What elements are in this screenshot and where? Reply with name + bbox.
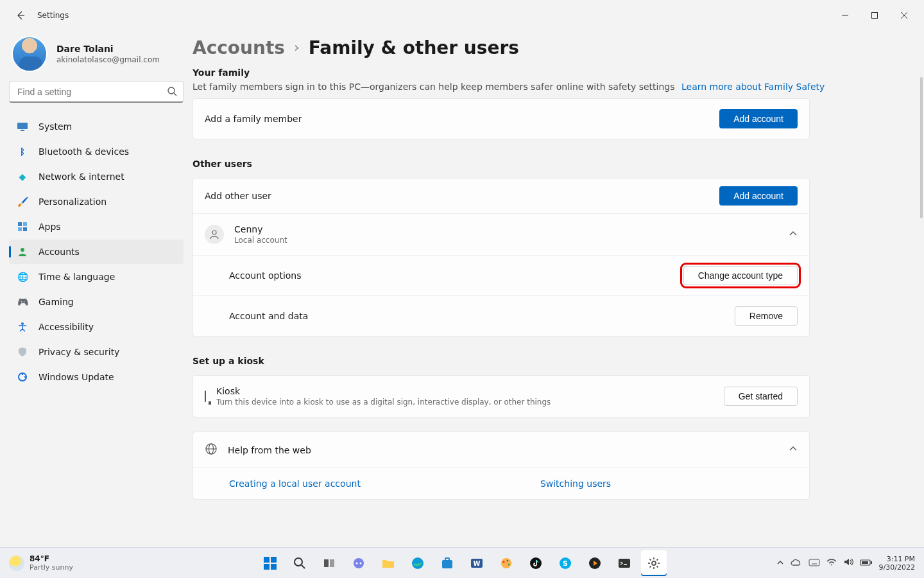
- sidebar-item-personalization[interactable]: 🖌️ Personalization: [9, 189, 184, 214]
- sidebar-item-privacy[interactable]: Privacy & security: [9, 340, 184, 364]
- svg-line-46: [657, 559, 658, 560]
- sidebar-item-windows-update[interactable]: Windows Update: [9, 365, 184, 389]
- avatar: [12, 36, 47, 72]
- search-icon: [293, 557, 306, 570]
- help-link-switching-users[interactable]: Switching users: [540, 478, 611, 489]
- taskbar-weather[interactable]: 84°F Partly sunny: [0, 554, 73, 572]
- kiosk-get-started-button[interactable]: Get started: [724, 387, 798, 406]
- maximize-button[interactable]: [860, 5, 889, 26]
- system-tray[interactable]: [776, 557, 873, 568]
- svg-point-22: [356, 562, 358, 564]
- svg-line-3: [174, 93, 176, 96]
- battery-icon[interactable]: [860, 558, 873, 568]
- remove-user-button[interactable]: Remove: [735, 306, 798, 326]
- taskbar-app-explorer[interactable]: [375, 550, 401, 576]
- account-data-row: Account and data Remove: [193, 296, 809, 336]
- help-link-create-local-user[interactable]: Creating a local user account: [229, 478, 361, 489]
- sidebar-item-apps[interactable]: Apps: [9, 215, 184, 239]
- taskbar-app-store[interactable]: [434, 550, 460, 576]
- sidebar-item-label: Personalization: [38, 197, 107, 207]
- bluetooth-icon: ᛒ: [17, 146, 28, 157]
- taskbar-center: W S: [257, 550, 667, 576]
- volume-icon[interactable]: [843, 557, 853, 568]
- taskbar-app-tiktok[interactable]: [523, 550, 549, 576]
- taskbar-app-terminal[interactable]: [612, 550, 637, 576]
- svg-rect-19: [324, 559, 329, 567]
- wifi-status-icon[interactable]: [826, 558, 837, 568]
- svg-rect-53: [871, 561, 872, 564]
- svg-point-2: [168, 87, 175, 94]
- close-icon: [900, 12, 908, 19]
- keyboard-icon[interactable]: [809, 558, 820, 568]
- add-other-user-button[interactable]: Add account: [719, 186, 798, 206]
- sidebar-item-time-language[interactable]: 🌐 Time & language: [9, 265, 184, 289]
- clock-time: 3:11 PM: [879, 555, 915, 563]
- gear-icon: [647, 557, 660, 570]
- family-card: Add a family member Add account: [193, 98, 810, 139]
- taskbar-app-paint[interactable]: [493, 550, 519, 576]
- scrollbar[interactable]: [920, 77, 923, 218]
- add-family-account-button[interactable]: Add account: [719, 109, 798, 128]
- back-button[interactable]: [8, 3, 33, 28]
- minimize-button[interactable]: [830, 5, 860, 26]
- search-input[interactable]: [9, 81, 184, 103]
- svg-point-13: [212, 231, 216, 234]
- windows-logo-icon: [264, 557, 277, 570]
- store-icon: [441, 557, 454, 570]
- main-content: Accounts › Family & other users Your fam…: [193, 31, 924, 552]
- taskbar-app-word[interactable]: W: [464, 550, 490, 576]
- maximize-icon: [871, 12, 878, 19]
- display-icon: [17, 122, 28, 131]
- palette-icon: [500, 557, 513, 570]
- window-controls: [830, 5, 919, 26]
- update-icon: [17, 372, 28, 382]
- family-desc: Let family members sign in to this PC—or…: [193, 82, 911, 92]
- chevron-right-icon: ›: [294, 39, 300, 55]
- svg-rect-54: [862, 561, 868, 564]
- sidebar-item-accessibility[interactable]: Accessibility: [9, 315, 184, 339]
- family-safety-link[interactable]: Learn more about Family Safety: [681, 82, 825, 92]
- clock-date: 9/30/2022: [879, 563, 915, 572]
- sidebar-item-label: Privacy & security: [38, 347, 119, 357]
- svg-rect-9: [23, 227, 27, 231]
- close-button[interactable]: [889, 5, 919, 26]
- help-card: Help from the web Creating a local user …: [193, 432, 810, 500]
- taskbar-app-skype[interactable]: S: [552, 550, 578, 576]
- onedrive-icon[interactable]: [791, 558, 802, 568]
- sidebar-item-label: Gaming: [38, 297, 74, 307]
- sidebar-item-accounts[interactable]: Accounts: [9, 240, 184, 264]
- sidebar-item-bluetooth[interactable]: ᛒ Bluetooth & devices: [9, 139, 184, 164]
- sidebar-item-system[interactable]: System: [9, 114, 184, 139]
- change-account-type-button[interactable]: Change account type: [683, 266, 798, 285]
- taskbar-search-button[interactable]: [287, 550, 312, 576]
- help-header-row[interactable]: Help from the web: [193, 432, 809, 468]
- start-button[interactable]: [257, 550, 283, 576]
- sidebar-item-network[interactable]: ◆ Network & internet: [9, 164, 184, 189]
- add-family-label: Add a family member: [205, 114, 302, 124]
- taskbar-clock[interactable]: 3:11 PM 9/30/2022: [879, 555, 915, 572]
- taskbar-app-edge[interactable]: [405, 550, 431, 576]
- svg-point-11: [21, 322, 24, 325]
- shield-icon: [17, 347, 28, 357]
- svg-rect-8: [18, 227, 22, 231]
- sidebar: Dare Tolani akinolatolasco@gmail.com Sys…: [0, 31, 193, 552]
- play-icon: [588, 557, 601, 570]
- add-other-user-label: Add other user: [205, 191, 271, 201]
- taskbar-app-media[interactable]: [582, 550, 608, 576]
- taskbar-app-settings[interactable]: [641, 550, 667, 576]
- svg-point-21: [354, 558, 364, 568]
- svg-rect-26: [445, 558, 449, 561]
- taskbar-app-chat[interactable]: [346, 550, 372, 576]
- sidebar-item-label: Accounts: [38, 247, 80, 257]
- svg-rect-5: [21, 130, 24, 131]
- task-view-button[interactable]: [316, 550, 342, 576]
- weather-temp: 84°F: [30, 554, 73, 563]
- sidebar-item-gaming[interactable]: 🎮 Gaming: [9, 290, 184, 314]
- breadcrumb-parent[interactable]: Accounts: [193, 37, 285, 58]
- apps-icon: [17, 222, 28, 232]
- tray-overflow-icon[interactable]: [776, 558, 784, 568]
- profile-block[interactable]: Dare Tolani akinolatolasco@gmail.com: [12, 36, 184, 72]
- person-icon: [17, 247, 28, 257]
- user-row[interactable]: Cenny Local account: [193, 214, 809, 256]
- svg-rect-6: [18, 222, 22, 226]
